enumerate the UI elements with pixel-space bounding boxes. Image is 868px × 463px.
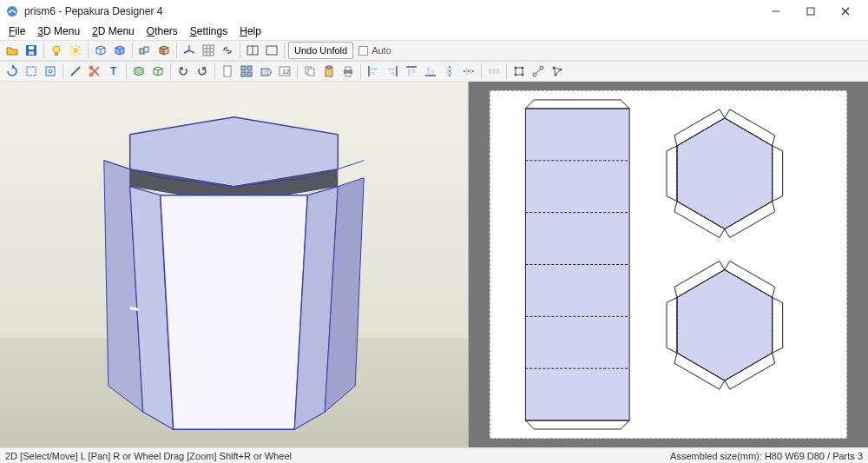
svg-marker-93	[161, 195, 308, 430]
distribute-icon[interactable]	[485, 63, 503, 80]
unfold-strip	[525, 100, 629, 429]
svg-rect-33	[46, 67, 55, 76]
part-cube2-icon[interactable]	[149, 63, 167, 80]
menu-file[interactable]: File	[3, 23, 30, 39]
svg-marker-113	[677, 269, 773, 380]
svg-point-8	[53, 46, 60, 53]
toolbar-separator	[132, 43, 133, 58]
svg-marker-103	[525, 100, 629, 109]
sun-icon[interactable]	[67, 42, 84, 59]
svg-rect-42	[241, 66, 246, 70]
toolbar-separator	[284, 43, 285, 58]
box-icon[interactable]	[155, 42, 173, 59]
part-cube-icon[interactable]	[130, 63, 148, 80]
svg-rect-32	[27, 67, 36, 76]
align-right-icon[interactable]	[384, 63, 401, 80]
undo-icon[interactable]	[174, 63, 192, 80]
center-h-icon[interactable]	[441, 63, 458, 80]
svg-rect-41	[224, 66, 231, 76]
minimize-button[interactable]	[759, 0, 793, 23]
svg-rect-20	[144, 47, 148, 52]
svg-point-82	[533, 73, 536, 76]
toolbar-separator	[297, 63, 298, 79]
toolbar-separator	[214, 63, 215, 79]
toolbar-separator	[126, 63, 127, 79]
page-icon[interactable]	[219, 63, 236, 80]
lightbulb-icon[interactable]	[48, 42, 65, 59]
connect-icon[interactable]	[529, 63, 547, 80]
svg-line-96	[130, 308, 139, 309]
layout-single-icon[interactable]	[263, 42, 280, 59]
nodes-icon[interactable]	[510, 63, 528, 80]
svg-rect-66	[427, 67, 430, 74]
menu-others[interactable]: Others	[141, 23, 183, 39]
copy-icon[interactable]	[301, 63, 319, 80]
svg-line-35	[71, 67, 80, 76]
svg-marker-119	[667, 297, 677, 353]
window-title: prism6 - Pepakura Designer 4	[24, 5, 759, 17]
flap-icon[interactable]	[257, 63, 274, 80]
align-left-icon[interactable]	[365, 63, 382, 80]
graph-icon[interactable]	[549, 63, 566, 80]
svg-rect-75	[493, 69, 496, 74]
grid-icon[interactable]	[200, 42, 217, 59]
svg-rect-19	[140, 49, 144, 54]
cube-solid-icon[interactable]	[111, 42, 128, 59]
prism-3d	[104, 117, 364, 429]
redo-icon[interactable]	[194, 63, 211, 80]
unfold-hex-bottom	[667, 261, 783, 390]
svg-rect-67	[431, 69, 434, 74]
svg-rect-31	[266, 46, 277, 55]
checkbox-icon	[358, 46, 368, 56]
toolbar-separator	[170, 63, 171, 79]
text-icon[interactable]: T	[105, 63, 122, 80]
menu-help[interactable]: Help	[234, 23, 266, 39]
select-icon[interactable]	[23, 63, 40, 80]
rotate-view-icon[interactable]	[3, 63, 21, 80]
align-top-icon[interactable]	[403, 63, 420, 80]
svg-rect-2	[807, 8, 814, 15]
maximize-button[interactable]	[793, 0, 828, 23]
align-bottom-icon[interactable]	[422, 63, 439, 80]
zoom-extents-icon[interactable]	[42, 63, 59, 80]
cube-wire-icon[interactable]	[92, 42, 109, 59]
statusbar: 2D [Select/Move] L [Pan] R or Wheel Drag…	[0, 447, 868, 463]
workspace	[0, 82, 868, 447]
center-v-icon[interactable]	[460, 63, 477, 80]
toolbar-separator	[43, 43, 44, 58]
svg-line-18	[79, 46, 81, 48]
undo-unfold-button[interactable]: Undo Unfold	[288, 42, 353, 59]
auto-checkbox[interactable]: Auto	[355, 45, 395, 56]
svg-line-17	[71, 54, 73, 56]
arrange-icon[interactable]	[238, 63, 255, 80]
svg-line-22	[189, 50, 194, 53]
3d-viewport[interactable]	[0, 82, 469, 447]
number-icon[interactable]: 12	[276, 63, 293, 80]
svg-marker-116	[773, 297, 783, 353]
svg-text:12: 12	[282, 68, 290, 76]
edit-edge-icon[interactable]	[67, 63, 84, 80]
svg-rect-69	[446, 68, 453, 70]
window-controls	[759, 0, 863, 23]
toolbar-separator	[62, 63, 63, 79]
cut-icon[interactable]	[86, 63, 103, 80]
menu-settings[interactable]: Settings	[185, 23, 233, 39]
close-button[interactable]	[828, 0, 863, 23]
svg-line-84	[536, 69, 541, 74]
save-icon[interactable]	[23, 42, 40, 59]
paste-icon[interactable]	[320, 63, 338, 80]
open-icon[interactable]	[3, 42, 21, 59]
link-icon[interactable]	[219, 42, 236, 59]
layout-split-icon[interactable]	[244, 42, 261, 59]
svg-rect-55	[345, 73, 351, 76]
axes-icon[interactable]	[181, 42, 198, 59]
paper-sheet	[490, 90, 847, 439]
2d-pane[interactable]	[469, 82, 868, 447]
menu-2d[interactable]: 2D Menu	[87, 23, 140, 39]
svg-rect-9	[55, 53, 58, 56]
svg-rect-81	[516, 68, 523, 75]
print-icon[interactable]	[339, 63, 357, 80]
unfold-icon[interactable]	[136, 42, 154, 59]
svg-line-23	[184, 50, 189, 53]
menu-3d[interactable]: 3D Menu	[32, 23, 85, 39]
